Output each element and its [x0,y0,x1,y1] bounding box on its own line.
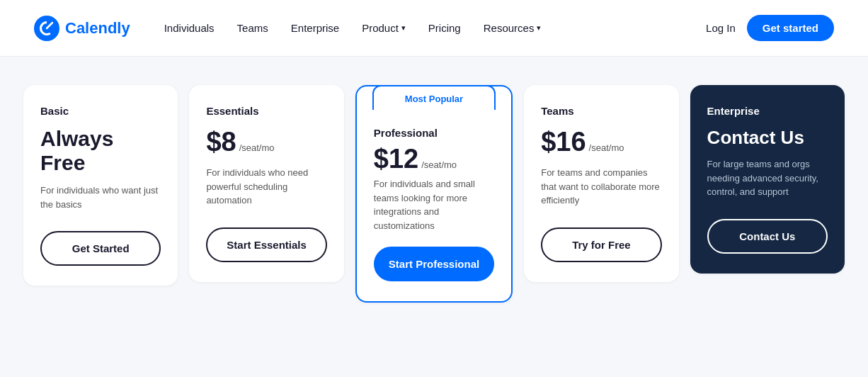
plan-card-enterprise: Enterprise Contact Us For large teams an… [690,85,845,274]
nav-teams[interactable]: Teams [237,22,268,34]
plan-price-enterprise: Contact Us [707,127,828,149]
professional-inner: Professional $12 /seat/mo For individual… [374,116,494,281]
nav-resources[interactable]: Resources [484,22,542,34]
navbar: Calendly Individuals Teams Enterprise Pr… [0,0,868,57]
plan-desc-essentials: For individuals who need powerful schedu… [206,166,326,208]
plan-cta-essentials[interactable]: Start Essentials [206,227,326,262]
plan-desc-basic: For individuals who want just the basics [40,184,161,211]
login-button[interactable]: Log In [706,22,736,34]
nav-pricing[interactable]: Pricing [428,22,461,34]
logo-link[interactable]: Calendly [34,16,130,41]
plan-price-unit-essentials: /seat/mo [239,142,275,153]
plan-cta-teams[interactable]: Try for Free [541,227,661,262]
plan-price-row-professional: $12 /seat/mo [374,144,494,174]
nav-actions: Log In Get started [706,15,834,41]
pricing-section: Basic Always Free For individuals who wa… [0,57,868,377]
most-popular-badge: Most Popular [372,85,496,110]
pricing-cards: Basic Always Free For individuals who wa… [23,85,845,303]
logo-text: Calendly [65,19,130,38]
plan-name-enterprise: Enterprise [707,105,828,117]
plan-cta-basic[interactable]: Get Started [40,231,161,266]
nav-links: Individuals Teams Enterprise Product Pri… [164,22,706,34]
plan-cta-professional[interactable]: Start Professional [374,247,494,281]
plan-card-teams: Teams $16 /seat/mo For teams and compani… [524,85,678,282]
plan-price-row-essentials: $8 /seat/mo [206,127,326,157]
nav-product[interactable]: Product [362,22,406,34]
plan-name-basic: Basic [40,105,161,117]
plan-price-unit-teams: /seat/mo [589,142,624,153]
plan-price-amount-professional: $12 [374,144,418,174]
plan-name-professional: Professional [374,127,438,139]
plan-desc-teams: For teams and companies that want to col… [541,166,661,208]
get-started-button[interactable]: Get started [747,15,834,41]
calendly-logo-icon [34,16,59,41]
plan-name-essentials: Essentials [206,105,326,117]
nav-enterprise[interactable]: Enterprise [291,22,339,34]
plan-desc-professional: For individuals and small teams looking … [374,177,494,232]
plan-name-teams: Teams [541,105,661,117]
plan-price-basic: Always Free [40,127,161,175]
nav-individuals[interactable]: Individuals [164,22,215,34]
plan-price-amount-teams: $16 [541,127,586,157]
plan-card-essentials: Essentials $8 /seat/mo For individuals w… [189,85,343,282]
plan-card-professional: Most Popular Professional $12 /seat/mo F… [355,85,513,303]
plan-price-unit-professional: /seat/mo [421,159,457,170]
plan-desc-enterprise: For large teams and orgs needing advance… [707,157,828,199]
plan-cta-enterprise[interactable]: Contact Us [707,219,828,254]
plan-price-row-teams: $16 /seat/mo [541,127,661,157]
plan-price-amount-essentials: $8 [206,127,236,157]
plan-card-basic: Basic Always Free For individuals who wa… [23,85,178,286]
